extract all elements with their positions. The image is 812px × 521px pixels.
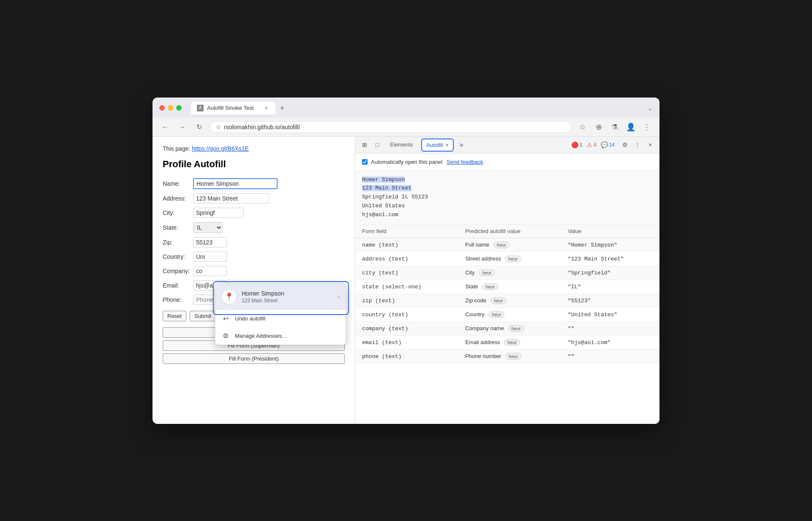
close-traffic-light[interactable] [159, 105, 165, 111]
table-row: zip (text) Zip code heur "55123" [355, 294, 659, 308]
address-bar[interactable]: ⊙ rsolomakhin.github.io/autofill/ [210, 121, 572, 133]
field-cell: phone (text) [355, 350, 458, 364]
city-field-row: City: [163, 208, 345, 218]
table-row: email (text) Email address heur "hjs@aol… [355, 336, 659, 350]
error-badge: 🔴 1 [571, 141, 583, 148]
back-button[interactable]: ← [159, 121, 171, 133]
manage-addresses-label: Manage Addresses... [235, 333, 286, 339]
field-cell: company (text) [355, 322, 458, 336]
devtools-settings-button[interactable]: ⚙ [619, 139, 631, 151]
submit-button[interactable]: Submit [190, 311, 216, 321]
company-input[interactable] [193, 266, 227, 276]
name-input[interactable] [193, 178, 278, 189]
manage-addresses-item[interactable]: ⚙ Manage Addresses... [215, 327, 346, 345]
devtools-status-icons: 🔴 1 ⚠ 4 💬 14 [571, 141, 615, 148]
auto-open-checkbox[interactable] [362, 159, 368, 165]
devtools-tabs-bar: ⊞ □ Elements Autofill × » 🔴 1 ⚠ 4 [355, 137, 659, 154]
more-tabs-button[interactable]: » [456, 138, 467, 152]
auto-open-label[interactable]: Automatically open this panel [362, 159, 442, 165]
traffic-lights [159, 105, 182, 111]
table-row: city (text) City heur "Springfield" [355, 266, 659, 280]
preview-line3: Springfield IL 55123 [362, 194, 428, 200]
table-row: name (text) Full name heur "Homer Simpso… [355, 238, 659, 252]
city-input[interactable] [193, 208, 244, 218]
state-select[interactable]: IL [193, 222, 223, 233]
company-label: Company: [163, 268, 193, 274]
email-label: Email: [163, 282, 193, 289]
preview-line1: Homer Simpson [362, 176, 405, 183]
webpage-panel: This page: https://goo.gl/B6Xs1E Profile… [153, 137, 355, 424]
active-tab[interactable]: A Autofill Smoke Test × [191, 102, 275, 114]
autofill-suggestion-text: Homer Simpson 123 Main Street [242, 290, 338, 304]
browser-window: A Autofill Smoke Test × + ⌄ ← → ↻ ⊙ rsol… [153, 98, 659, 424]
title-bar: A Autofill Smoke Test × + ⌄ [153, 98, 659, 118]
tab-elements[interactable]: Elements [384, 138, 419, 152]
zip-input[interactable] [193, 237, 227, 247]
inspect-element-button[interactable]: ⊞ [359, 139, 371, 151]
lab-button[interactable]: ⚗ [609, 121, 621, 133]
devtools-close-button[interactable]: × [644, 139, 656, 151]
value-cell: "" [561, 350, 659, 364]
city-label: City: [163, 209, 193, 216]
forward-button[interactable]: → [176, 121, 188, 133]
address-preview-text: Homer Simpson 123 Main Street Springfiel… [362, 176, 653, 220]
undo-autofill-item[interactable]: ↩ Undo autofill [215, 310, 346, 327]
reset-button[interactable]: Reset [163, 311, 186, 321]
tab-autofill[interactable]: Autofill × [421, 138, 454, 152]
bookmark-button[interactable]: ☆ [577, 121, 589, 133]
address-input[interactable] [193, 193, 269, 204]
value-cell: "123 Main Street" [561, 252, 659, 266]
heur-badge: heur [493, 242, 510, 248]
predicted-cell: Country heur [458, 308, 561, 322]
heur-badge: heur [488, 311, 504, 318]
info-icon: 💬 [601, 141, 608, 148]
field-cell: country (text) [355, 308, 458, 322]
value-cell: "Homer Simpson" [561, 238, 659, 252]
company-field-row: Company: [163, 266, 345, 276]
devtools-panel: ⊞ □ Elements Autofill × » 🔴 1 ⚠ 4 [355, 137, 659, 424]
fullscreen-traffic-light[interactable] [176, 105, 182, 111]
heur-badge: heur [479, 269, 495, 276]
error-icon: 🔴 [571, 141, 578, 148]
site-info-icon: ⊙ [216, 124, 221, 130]
new-tab-button[interactable]: + [276, 103, 288, 114]
country-input[interactable] [193, 252, 227, 262]
value-cell: "" [561, 322, 659, 336]
zip-field-row: Zip: [163, 237, 345, 247]
table-row: country (text) Country heur "United Stat… [355, 308, 659, 322]
field-cell: email (text) [355, 336, 458, 350]
nav-actions: ☆ ⊕ ⚗ 👤 ⋮ [577, 121, 653, 133]
state-field-row: State: IL [163, 222, 345, 233]
url-text: rsolomakhin.github.io/autofill/ [224, 124, 300, 130]
extension-button[interactable]: ⊕ [593, 121, 605, 133]
device-toolbar-button[interactable]: □ [371, 139, 383, 151]
reload-button[interactable]: ↻ [193, 121, 205, 133]
page-link-label: This page: [163, 145, 190, 152]
field-cell: state (select-one) [355, 280, 458, 294]
gear-small-icon: ⚙ [221, 332, 230, 340]
devtools-more-button[interactable]: ⋮ [632, 139, 643, 151]
tab-close-button[interactable]: × [263, 105, 270, 111]
page-link-url[interactable]: https://goo.gl/B6Xs1E [192, 145, 249, 152]
table-row: company (text) Company name heur "" [355, 322, 659, 336]
preview-line2: 123 Main Street [362, 185, 411, 191]
table-row: phone (text) Phone number heur "" [355, 350, 659, 364]
autofill-suggestion-item[interactable]: 📍 Homer Simpson 123 Main Street › [215, 284, 346, 310]
name-label: Name: [163, 180, 193, 187]
page-link-row: This page: https://goo.gl/B6Xs1E [163, 145, 345, 152]
tab-dropdown-button[interactable]: ⌄ [648, 105, 653, 111]
fill-president-button[interactable]: Fill Form (President) [163, 353, 345, 364]
predicted-cell: Street address heur [458, 252, 561, 266]
profile-button[interactable]: 👤 [625, 121, 637, 133]
devtools-header-row: Automatically open this panel Send feedb… [355, 154, 659, 171]
error-count: 1 [580, 142, 583, 148]
autofill-table: Form field Predicted autofill value Valu… [355, 225, 659, 364]
autofill-tab-close-icon[interactable]: × [445, 142, 449, 148]
heur-badge: heur [504, 339, 520, 346]
menu-button[interactable]: ⋮ [641, 121, 653, 133]
value-cell: "United States" [561, 308, 659, 322]
predicted-cell: Phone number heur [458, 350, 561, 364]
send-feedback-link[interactable]: Send feedback [447, 159, 483, 165]
tab-title: Autofill Smoke Test [207, 105, 253, 111]
minimize-traffic-light[interactable] [168, 105, 173, 111]
